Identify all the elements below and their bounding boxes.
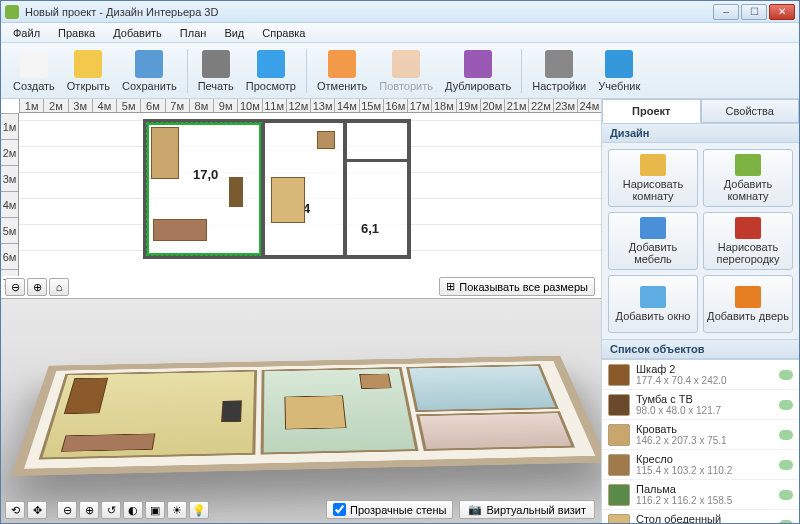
ruler-tick: 2м [43,99,67,112]
menu-Файл[interactable]: Файл [5,25,48,41]
menu-Правка[interactable]: Правка [50,25,103,41]
furniture-wardrobe[interactable] [151,127,179,179]
transparent-walls-checkbox[interactable] [333,503,346,516]
ruler-tick: 21м [504,99,528,112]
side-panel: Проект Свойства Дизайн Нарисовать комнат… [602,99,799,523]
add-furniture-button[interactable]: Добавить мебель [608,212,698,270]
objects-section-header: Список объектов [602,339,799,359]
add-door-label: Добавить дверь [707,310,789,322]
maximize-button[interactable]: ☐ [741,4,767,20]
add-furniture-icon [640,217,666,239]
save-button[interactable]: Сохранить [116,46,183,96]
tab-properties[interactable]: Свойства [701,99,800,123]
menu-Справка[interactable]: Справка [254,25,313,41]
object-list-item[interactable]: Кресло115.4 x 103.2 x 110.2 [602,450,799,480]
floorplan-outline[interactable]: 17,0 10,4 6,1 [143,119,411,259]
ruler-tick: 19м [456,99,480,112]
open-button[interactable]: Открыть [61,46,116,96]
create-icon [20,50,48,78]
virtual-visit-button[interactable]: 📷 Виртуальный визит [459,500,595,519]
reset-view-button[interactable]: ↺ [101,501,121,519]
print-label: Печать [198,80,234,92]
view-2d[interactable]: 1м2м3м4м5м6м7м8м9м10м11м12м13м14м15м16м1… [1,99,601,299]
objects-list[interactable]: Шкаф 2177.4 x 70.4 x 242.0Тумба с ТВ98.0… [602,359,799,523]
zoom-in-3d-button[interactable]: ⊕ [79,501,99,519]
minimize-button[interactable]: – [713,4,739,20]
room-3d[interactable] [407,365,559,413]
object-list-item[interactable]: Шкаф 2177.4 x 70.4 x 242.0 [602,360,799,390]
object-list-item[interactable]: Тумба с ТВ98.0 x 48.0 x 121.7 [602,390,799,420]
interior-wall[interactable] [343,159,407,162]
settings-button[interactable]: Настройки [526,46,592,96]
object-list-item[interactable]: Стол обеденный90.0 x 90.2 x 71.1 [602,510,799,523]
show-all-dimensions-button[interactable]: ⊞ Показывать все размеры [439,277,595,296]
settings-icon [545,50,573,78]
furniture-3d[interactable] [284,395,346,429]
view-mode-button[interactable]: ◐ [123,501,143,519]
zoom-in-button[interactable]: ⊕ [27,278,47,296]
redo-button: Повторить [373,46,439,96]
visibility-toggle-icon[interactable] [779,520,793,524]
tab-project[interactable]: Проект [602,99,701,123]
menu-План[interactable]: План [172,25,215,41]
transparent-walls-toggle[interactable]: Прозрачные стены [326,500,453,519]
furniture-3d[interactable] [61,434,155,452]
object-list-item[interactable]: Кровать146.2 x 207.3 x 75.1 [602,420,799,450]
room-3d[interactable] [38,370,256,459]
tutorial-button[interactable]: Учебник [592,46,646,96]
visibility-toggle-icon[interactable] [779,490,793,500]
ruler-tick: 23м [553,99,577,112]
furniture-3d[interactable] [221,401,242,422]
undo-button[interactable]: Отменить [311,46,373,96]
floorplan-3d[interactable] [11,356,601,476]
ruler-tick: 1м [19,99,43,112]
print-button[interactable]: Печать [192,46,240,96]
visibility-toggle-icon[interactable] [779,430,793,440]
light-button[interactable]: ☀ [167,501,187,519]
floorplan-canvas[interactable]: 17,0 10,4 6,1 [19,113,601,276]
draw-wall-button[interactable]: Нарисовать перегородку [703,212,793,270]
duplicate-button[interactable]: Дублировать [439,46,517,96]
visibility-toggle-icon[interactable] [779,370,793,380]
transparent-walls-label: Прозрачные стены [350,504,446,516]
home-button[interactable]: ⌂ [49,278,69,296]
duplicate-label: Дублировать [445,80,511,92]
close-button[interactable]: ✕ [769,4,795,20]
room-3d[interactable] [416,411,574,451]
view-3d[interactable]: ⟲ ✥ ⊖ ⊕ ↺ ◐ ▣ ☀ 💡 Прозрачные стены [1,299,601,523]
add-room-button[interactable]: Добавить комнату [703,149,793,207]
object-list-item[interactable]: Пальма116.2 x 116.2 x 158.5 [602,480,799,510]
room-area-label: 17,0 [193,167,218,182]
furniture-bed[interactable] [271,177,305,223]
ruler-tick: 24м [577,99,601,112]
ruler-tick: 3м [68,99,92,112]
interior-wall[interactable] [261,123,265,259]
preview-button[interactable]: Просмотр [240,46,302,96]
furniture-3d[interactable] [64,378,108,414]
room-3d[interactable] [261,367,419,454]
object-thumbnail [608,514,630,524]
visibility-toggle-icon[interactable] [779,400,793,410]
zoom-out-button[interactable]: ⊖ [5,278,25,296]
visibility-toggle-icon[interactable] [779,460,793,470]
interior-wall[interactable] [343,123,347,259]
zoom-out-3d-button[interactable]: ⊖ [57,501,77,519]
furniture-sofa[interactable] [153,219,207,241]
menu-Вид[interactable]: Вид [216,25,252,41]
orbit-button[interactable]: ⟲ [5,501,25,519]
add-room-label: Добавить комнату [706,178,790,202]
object-thumbnail [608,394,630,416]
show-all-dimensions-label: Показывать все размеры [459,281,588,293]
furniture-chair[interactable] [317,131,335,149]
menu-Добавить[interactable]: Добавить [105,25,170,41]
add-window-button[interactable]: Добавить окно [608,275,698,333]
furniture-3d[interactable] [359,373,391,388]
bulb-button[interactable]: 💡 [189,501,209,519]
snapshot-button[interactable]: ▣ [145,501,165,519]
add-door-button[interactable]: Добавить дверь [703,275,793,333]
pan-button[interactable]: ✥ [27,501,47,519]
draw-room-button[interactable]: Нарисовать комнату [608,149,698,207]
create-button[interactable]: Создать [7,46,61,96]
furniture-tv[interactable] [229,177,243,207]
window-title: Новый проект - Дизайн Интерьера 3D [25,6,713,18]
